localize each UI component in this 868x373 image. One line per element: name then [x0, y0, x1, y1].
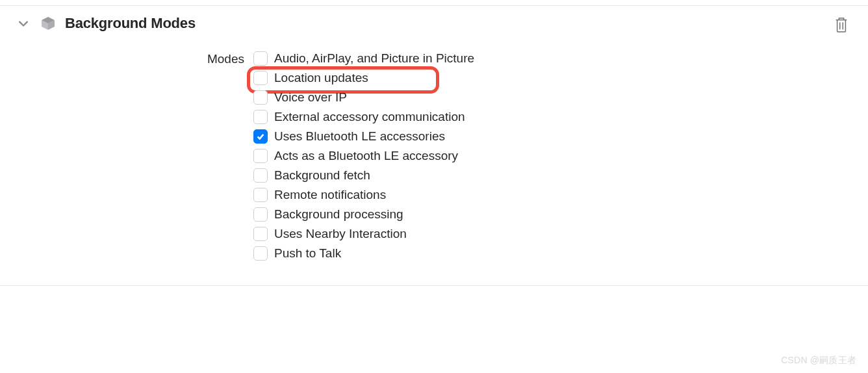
panel-title: Background Modes — [65, 15, 196, 32]
modes-list: Audio, AirPlay, and Picture in PictureLo… — [253, 51, 474, 261]
panel-content: Modes Audio, AirPlay, and Picture in Pic… — [0, 41, 868, 285]
mode-checkbox[interactable] — [253, 110, 268, 124]
chevron-down-icon[interactable] — [18, 18, 29, 29]
mode-item: Audio, AirPlay, and Picture in Picture — [253, 51, 474, 66]
mode-item: External accessory communication — [253, 110, 474, 124]
mode-checkbox[interactable] — [253, 71, 268, 85]
mode-label: Acts as a Bluetooth LE accessory — [274, 149, 458, 163]
mode-checkbox[interactable] — [253, 90, 268, 105]
mode-checkbox[interactable] — [253, 188, 268, 202]
mode-item: Voice over IP — [253, 90, 474, 105]
background-modes-panel: Background Modes Modes Audio, AirPlay, a… — [0, 5, 868, 286]
capability-box-icon — [40, 16, 56, 31]
mode-label: Location updates — [274, 71, 368, 85]
watermark: CSDN @嗣质王者 — [781, 355, 856, 367]
mode-item: Background processing — [253, 207, 474, 222]
mode-checkbox[interactable] — [253, 149, 268, 163]
mode-label: Audio, AirPlay, and Picture in Picture — [274, 51, 474, 66]
mode-item: Remote notifications — [253, 188, 474, 202]
mode-item: Uses Nearby Interaction — [253, 227, 474, 241]
mode-label: Background fetch — [274, 168, 370, 183]
mode-label: Remote notifications — [274, 188, 386, 202]
mode-item: Push to Talk — [253, 246, 474, 261]
mode-item: Acts as a Bluetooth LE accessory — [253, 149, 474, 163]
delete-capability-button[interactable] — [834, 16, 849, 33]
mode-checkbox[interactable] — [253, 51, 268, 66]
mode-checkbox[interactable] — [253, 246, 268, 261]
mode-checkbox[interactable] — [253, 129, 268, 144]
mode-item: Background fetch — [253, 168, 474, 183]
mode-label: External accessory communication — [274, 110, 465, 124]
panel-header: Background Modes — [0, 6, 868, 41]
mode-item: Uses Bluetooth LE accessories — [253, 129, 474, 144]
mode-item: Location updates — [253, 71, 474, 85]
modes-field-label: Modes — [19, 51, 253, 261]
mode-checkbox[interactable] — [253, 227, 268, 241]
mode-checkbox[interactable] — [253, 207, 268, 222]
mode-checkbox[interactable] — [253, 168, 268, 183]
mode-label: Voice over IP — [274, 90, 347, 105]
mode-label: Uses Nearby Interaction — [274, 227, 407, 241]
mode-label: Uses Bluetooth LE accessories — [274, 129, 445, 144]
mode-label: Background processing — [274, 207, 403, 222]
mode-label: Push to Talk — [274, 246, 341, 261]
